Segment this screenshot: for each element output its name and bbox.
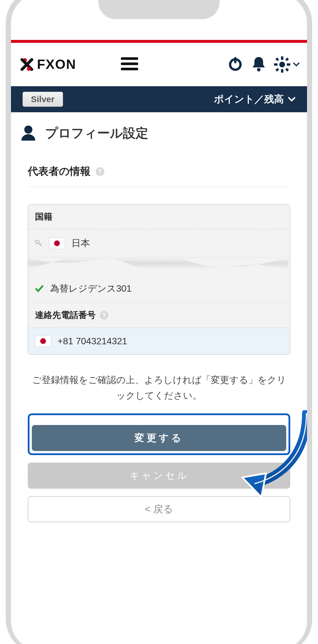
- settings-button[interactable]: [274, 56, 299, 73]
- help-icon[interactable]: ?: [96, 167, 104, 176]
- flag-jp-icon: [49, 238, 65, 249]
- chevron-down-icon: [293, 61, 299, 68]
- svg-rect-15: [285, 58, 289, 61]
- confirm-text: ご登録情報をご確認の上、よろしければ「変更する」をクリックしてください。: [28, 372, 290, 404]
- phone-row[interactable]: +81 7043214321: [28, 328, 290, 354]
- power-button[interactable]: [227, 56, 243, 73]
- balance-label: ポイント／残高: [214, 93, 284, 106]
- gear-icon: [274, 56, 290, 73]
- page-title: プロフィール設定: [19, 124, 148, 142]
- svg-text:FXON: FXON: [37, 57, 76, 72]
- bell-icon: [252, 56, 266, 72]
- menu-button[interactable]: [121, 57, 138, 72]
- address-value: 為替レジデンス301: [50, 282, 132, 295]
- svg-rect-16: [276, 68, 279, 72]
- notifications-button[interactable]: [252, 56, 266, 73]
- section-title-text: 代表者の情報: [28, 164, 90, 179]
- nationality-row[interactable]: 日本: [28, 229, 290, 257]
- screen: FXON: [11, 0, 307, 644]
- submit-button[interactable]: 変更する: [32, 425, 286, 451]
- svg-rect-13: [287, 63, 290, 66]
- help-icon[interactable]: ?: [100, 311, 108, 320]
- submit-highlight: 変更する: [28, 413, 290, 455]
- cancel-button[interactable]: キャンセル: [28, 463, 290, 489]
- svg-rect-3: [121, 57, 138, 60]
- phone-label: 連絡先電話番号: [35, 309, 96, 321]
- chevron-down-icon: [288, 95, 295, 103]
- phone-header: 連絡先電話番号 ?: [28, 303, 290, 328]
- logo-text-icon: FXON: [37, 56, 112, 73]
- svg-rect-5: [121, 68, 138, 70]
- nationality-header: 国籍: [28, 205, 290, 229]
- svg-rect-10: [281, 56, 283, 60]
- balance-toggle[interactable]: ポイント／残高: [214, 93, 295, 106]
- power-icon: [227, 56, 243, 72]
- device-notch: [98, 0, 220, 19]
- flag-jp-icon: [35, 335, 51, 347]
- main-card: 代表者の情報 ? 国籍 日本: [19, 156, 299, 639]
- check-icon: [35, 284, 44, 293]
- svg-point-8: [257, 68, 260, 71]
- svg-point-9: [279, 62, 285, 67]
- logo-mark-icon: [19, 56, 35, 73]
- hamburger-icon: [121, 57, 138, 71]
- section-title: 代表者の情報 ?: [28, 164, 290, 187]
- key-icon: [35, 240, 42, 247]
- svg-rect-7: [234, 57, 236, 63]
- page-title-text: プロフィール設定: [45, 125, 148, 142]
- phone-value: +81 7043214321: [58, 336, 127, 347]
- address-row[interactable]: 為替レジデンス301: [28, 275, 290, 303]
- svg-rect-4: [121, 62, 138, 65]
- tier-badge[interactable]: Silver: [23, 92, 63, 107]
- app-header: FXON: [11, 43, 307, 86]
- brand-logo[interactable]: FXON: [19, 56, 112, 73]
- svg-rect-12: [274, 63, 278, 66]
- svg-point-18: [24, 126, 32, 134]
- svg-point-1: [27, 67, 31, 71]
- status-bar: Silver ポイント／残高: [11, 86, 307, 112]
- accent-bar: [11, 40, 307, 43]
- nationality-label: 国籍: [35, 211, 52, 223]
- svg-rect-17: [285, 68, 289, 72]
- svg-rect-14: [276, 58, 279, 61]
- svg-rect-11: [281, 69, 283, 73]
- user-icon: [19, 124, 38, 142]
- form-box: 国籍 日本: [28, 204, 290, 355]
- back-button[interactable]: < 戻る: [28, 496, 290, 522]
- nationality-value: 日本: [71, 237, 90, 250]
